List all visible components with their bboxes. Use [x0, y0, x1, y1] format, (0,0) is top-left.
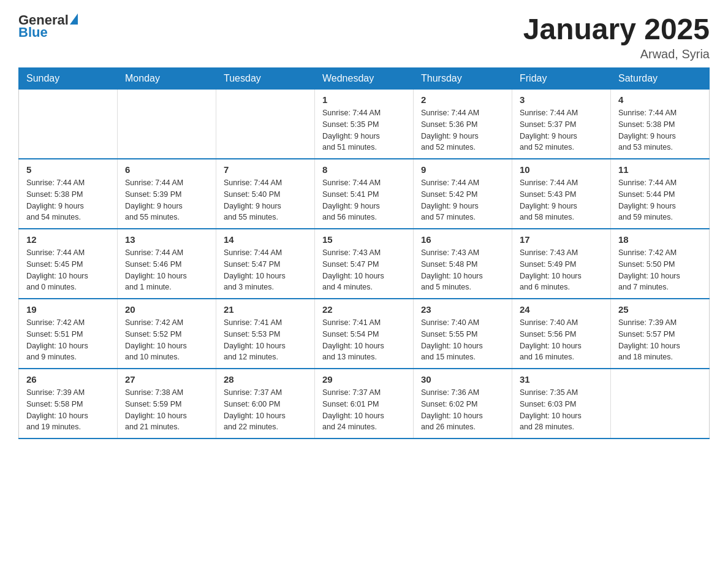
day-info: Sunrise: 7:44 AMSunset: 5:47 PMDaylight:… — [224, 247, 307, 293]
calendar-day-cell: 1Sunrise: 7:44 AMSunset: 5:35 PMDaylight… — [315, 90, 414, 159]
day-info: Sunrise: 7:42 AMSunset: 5:52 PMDaylight:… — [125, 317, 208, 363]
day-info: Sunrise: 7:39 AMSunset: 5:58 PMDaylight:… — [26, 387, 110, 433]
day-info: Sunrise: 7:44 AMSunset: 5:40 PMDaylight:… — [224, 177, 307, 223]
calendar-day-cell: 28Sunrise: 7:37 AMSunset: 6:00 PMDayligh… — [216, 369, 315, 439]
logo-blue-text: Blue — [18, 25, 48, 40]
calendar-week-row: 26Sunrise: 7:39 AMSunset: 5:58 PMDayligh… — [19, 369, 710, 439]
calendar-day-cell: 30Sunrise: 7:36 AMSunset: 6:02 PMDayligh… — [414, 369, 512, 439]
calendar-day-cell: 13Sunrise: 7:44 AMSunset: 5:46 PMDayligh… — [118, 229, 216, 299]
day-number: 11 — [618, 164, 702, 175]
day-number: 17 — [520, 234, 603, 245]
calendar-day-cell — [216, 90, 315, 159]
calendar-day-cell: 7Sunrise: 7:44 AMSunset: 5:40 PMDaylight… — [216, 159, 315, 229]
calendar-day-cell: 16Sunrise: 7:43 AMSunset: 5:48 PMDayligh… — [414, 229, 512, 299]
day-info: Sunrise: 7:38 AMSunset: 5:59 PMDaylight:… — [125, 387, 208, 433]
day-number: 13 — [125, 234, 208, 245]
day-of-week-header: Saturday — [611, 68, 710, 90]
calendar-day-cell: 20Sunrise: 7:42 AMSunset: 5:52 PMDayligh… — [118, 299, 216, 369]
day-info: Sunrise: 7:44 AMSunset: 5:38 PMDaylight:… — [618, 107, 702, 153]
day-number: 10 — [520, 164, 603, 175]
calendar-day-cell: 14Sunrise: 7:44 AMSunset: 5:47 PMDayligh… — [216, 229, 315, 299]
day-of-week-header: Tuesday — [216, 68, 315, 90]
calendar-day-cell: 12Sunrise: 7:44 AMSunset: 5:45 PMDayligh… — [19, 229, 118, 299]
day-number: 6 — [125, 164, 208, 175]
day-number: 24 — [520, 304, 603, 315]
calendar-day-cell: 6Sunrise: 7:44 AMSunset: 5:39 PMDaylight… — [118, 159, 216, 229]
day-info: Sunrise: 7:44 AMSunset: 5:43 PMDaylight:… — [520, 177, 603, 223]
day-number: 18 — [618, 234, 702, 245]
day-info: Sunrise: 7:43 AMSunset: 5:48 PMDaylight:… — [421, 247, 504, 293]
calendar-day-cell: 27Sunrise: 7:38 AMSunset: 5:59 PMDayligh… — [118, 369, 216, 439]
day-info: Sunrise: 7:43 AMSunset: 5:47 PMDaylight:… — [322, 247, 406, 293]
calendar-week-row: 19Sunrise: 7:42 AMSunset: 5:51 PMDayligh… — [19, 299, 710, 369]
calendar-table: SundayMondayTuesdayWednesdayThursdayFrid… — [18, 67, 710, 439]
day-info: Sunrise: 7:40 AMSunset: 5:55 PMDaylight:… — [421, 317, 504, 363]
calendar-day-cell: 8Sunrise: 7:44 AMSunset: 5:41 PMDaylight… — [315, 159, 414, 229]
calendar-day-cell: 9Sunrise: 7:44 AMSunset: 5:42 PMDaylight… — [414, 159, 512, 229]
calendar-day-cell — [19, 90, 118, 159]
calendar-day-cell — [611, 369, 710, 439]
day-number: 5 — [26, 164, 110, 175]
calendar-day-cell: 26Sunrise: 7:39 AMSunset: 5:58 PMDayligh… — [19, 369, 118, 439]
day-of-week-header: Sunday — [19, 68, 118, 90]
calendar-day-cell: 10Sunrise: 7:44 AMSunset: 5:43 PMDayligh… — [512, 159, 611, 229]
day-number: 31 — [520, 374, 603, 385]
calendar-day-cell: 5Sunrise: 7:44 AMSunset: 5:38 PMDaylight… — [19, 159, 118, 229]
calendar-day-cell: 21Sunrise: 7:41 AMSunset: 5:53 PMDayligh… — [216, 299, 315, 369]
calendar-day-cell: 4Sunrise: 7:44 AMSunset: 5:38 PMDaylight… — [611, 90, 710, 159]
day-number: 14 — [224, 234, 307, 245]
day-info: Sunrise: 7:44 AMSunset: 5:35 PMDaylight:… — [322, 107, 406, 153]
day-number: 21 — [224, 304, 307, 315]
day-number: 9 — [421, 164, 504, 175]
day-number: 1 — [322, 94, 406, 105]
day-info: Sunrise: 7:44 AMSunset: 5:46 PMDaylight:… — [125, 247, 208, 293]
day-info: Sunrise: 7:42 AMSunset: 5:50 PMDaylight:… — [618, 247, 702, 293]
main-title: January 2025 — [523, 12, 710, 46]
calendar-day-cell: 22Sunrise: 7:41 AMSunset: 5:54 PMDayligh… — [315, 299, 414, 369]
page-header: General Blue January 2025 Arwad, Syria — [18, 12, 710, 61]
calendar-day-cell: 17Sunrise: 7:43 AMSunset: 5:49 PMDayligh… — [512, 229, 611, 299]
calendar-week-row: 5Sunrise: 7:44 AMSunset: 5:38 PMDaylight… — [19, 159, 710, 229]
day-info: Sunrise: 7:35 AMSunset: 6:03 PMDaylight:… — [520, 387, 603, 433]
calendar-day-cell: 18Sunrise: 7:42 AMSunset: 5:50 PMDayligh… — [611, 229, 710, 299]
day-number: 26 — [26, 374, 110, 385]
calendar-day-cell: 23Sunrise: 7:40 AMSunset: 5:55 PMDayligh… — [414, 299, 512, 369]
calendar-week-row: 1Sunrise: 7:44 AMSunset: 5:35 PMDaylight… — [19, 90, 710, 159]
day-info: Sunrise: 7:39 AMSunset: 5:57 PMDaylight:… — [618, 317, 702, 363]
day-number: 12 — [26, 234, 110, 245]
day-of-week-header: Monday — [118, 68, 216, 90]
day-number: 22 — [322, 304, 406, 315]
day-info: Sunrise: 7:43 AMSunset: 5:49 PMDaylight:… — [520, 247, 603, 293]
day-number: 23 — [421, 304, 504, 315]
calendar-body: 1Sunrise: 7:44 AMSunset: 5:35 PMDaylight… — [19, 90, 710, 439]
day-info: Sunrise: 7:42 AMSunset: 5:51 PMDaylight:… — [26, 317, 110, 363]
calendar-week-row: 12Sunrise: 7:44 AMSunset: 5:45 PMDayligh… — [19, 229, 710, 299]
calendar-day-cell: 2Sunrise: 7:44 AMSunset: 5:36 PMDaylight… — [414, 90, 512, 159]
logo: General Blue — [18, 12, 78, 40]
day-number: 4 — [618, 94, 702, 105]
calendar-day-cell — [118, 90, 216, 159]
day-number: 27 — [125, 374, 208, 385]
day-number: 19 — [26, 304, 110, 315]
calendar-header: SundayMondayTuesdayWednesdayThursdayFrid… — [19, 68, 710, 90]
day-number: 28 — [224, 374, 307, 385]
calendar-day-cell: 15Sunrise: 7:43 AMSunset: 5:47 PMDayligh… — [315, 229, 414, 299]
days-of-week-row: SundayMondayTuesdayWednesdayThursdayFrid… — [19, 68, 710, 90]
day-info: Sunrise: 7:44 AMSunset: 5:39 PMDaylight:… — [125, 177, 208, 223]
day-number: 29 — [322, 374, 406, 385]
day-number: 2 — [421, 94, 504, 105]
day-of-week-header: Friday — [512, 68, 611, 90]
calendar-day-cell: 3Sunrise: 7:44 AMSunset: 5:37 PMDaylight… — [512, 90, 611, 159]
day-info: Sunrise: 7:36 AMSunset: 6:02 PMDaylight:… — [421, 387, 504, 433]
day-info: Sunrise: 7:37 AMSunset: 6:00 PMDaylight:… — [224, 387, 307, 433]
day-number: 25 — [618, 304, 702, 315]
day-number: 16 — [421, 234, 504, 245]
day-info: Sunrise: 7:37 AMSunset: 6:01 PMDaylight:… — [322, 387, 406, 433]
day-number: 3 — [520, 94, 603, 105]
day-info: Sunrise: 7:44 AMSunset: 5:37 PMDaylight:… — [520, 107, 603, 153]
day-info: Sunrise: 7:44 AMSunset: 5:45 PMDaylight:… — [26, 247, 110, 293]
day-info: Sunrise: 7:40 AMSunset: 5:56 PMDaylight:… — [520, 317, 603, 363]
calendar-day-cell: 29Sunrise: 7:37 AMSunset: 6:01 PMDayligh… — [315, 369, 414, 439]
day-info: Sunrise: 7:44 AMSunset: 5:42 PMDaylight:… — [421, 177, 504, 223]
day-number: 20 — [125, 304, 208, 315]
